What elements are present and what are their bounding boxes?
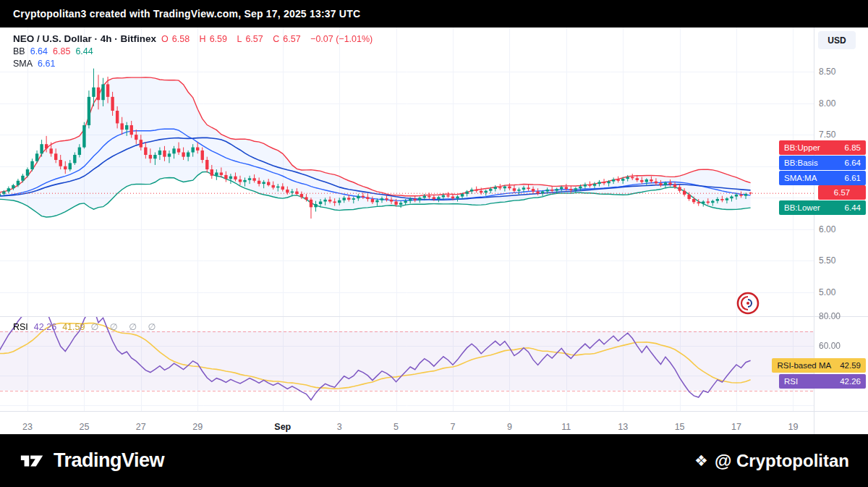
price-axis-separator[interactable] <box>814 27 814 434</box>
time-axis-label: 19 <box>788 422 798 432</box>
sma-ma-badge: SMA:MA6.61 <box>779 171 866 185</box>
time-axis-label: 13 <box>618 422 628 432</box>
ohlc-values: O6.58 H6.59 L6.57 C6.57 −0.07 (−1.01%) <box>161 34 376 44</box>
time-axis-label: 23 <box>22 422 33 432</box>
time-axis-separator <box>0 411 868 412</box>
time-axis-label: 29 <box>192 422 203 432</box>
bb-lower-badge: BB:Lower6.44 <box>779 200 866 215</box>
last-price-badge: 6.57 <box>818 185 866 200</box>
diamond-cluster-icon: ❖ <box>694 453 708 468</box>
time-axis-label: 9 <box>507 422 512 432</box>
rsi-indicator-label[interactable]: RSI <box>13 322 28 332</box>
tradingview-logo-icon <box>19 450 46 472</box>
rsi-badge: RSI42.26 <box>779 374 866 389</box>
price-axis-label: 8.50 <box>819 67 835 77</box>
pane-separator[interactable] <box>0 316 868 317</box>
time-axis-label: 3 <box>337 422 342 432</box>
cryptopolitan-watermark-logo <box>736 292 760 315</box>
time-axis-label: 17 <box>731 422 741 432</box>
sma-indicator-label[interactable]: SMA <box>13 59 33 69</box>
handle-text: @ Cryptopolitan <box>715 451 849 471</box>
bb-upper-badge: BB:Upper6.85 <box>779 140 866 155</box>
chart-area: 8.508.007.506.005.505.0080.0060.00232527… <box>0 27 868 434</box>
rsi-value: 42.26 <box>34 322 56 332</box>
time-axis-label: 27 <box>136 422 146 432</box>
time-axis-label: 5 <box>393 422 399 432</box>
price-axis-label: 8.00 <box>819 98 835 109</box>
price-axis-label: 5.50 <box>819 255 835 266</box>
bb-lower-value: 6.44 <box>75 46 93 56</box>
footer-bar: TradingView ❖ @ Cryptopolitan <box>0 434 868 487</box>
time-axis-label: 11 <box>561 422 571 432</box>
rsi-ma-value: 41.59 <box>62 322 85 332</box>
rsi-hidden-args: ∅ ∅ ∅ ∅ <box>90 321 160 332</box>
chart-canvas[interactable] <box>0 27 814 411</box>
time-axis-label: Sep <box>274 422 291 432</box>
price-axis-label: 5.00 <box>819 287 835 297</box>
tradingview-wordmark: TradingView <box>54 449 164 472</box>
price-axis-label: 7.50 <box>819 130 835 140</box>
currency-toggle-button[interactable]: USD <box>818 31 856 49</box>
rsi-legend: RSI 42.26 41.59 ∅ ∅ ∅ ∅ <box>13 321 160 332</box>
attribution-text: Cryptopolitan3 created with TradingView.… <box>13 8 360 20</box>
rsi-axis-label: 60.00 <box>819 341 841 351</box>
cryptopolitan-handle: ❖ @ Cryptopolitan <box>694 451 849 471</box>
time-axis-label: 15 <box>675 422 685 432</box>
bb-basis-badge: BB:Basis6.64 <box>779 156 866 170</box>
time-axis-label: 25 <box>79 422 89 432</box>
rsi-ma-badge: RSI-based MA42.59 <box>772 358 866 373</box>
bb-indicator-label[interactable]: BB <box>13 46 25 56</box>
tradingview-brand[interactable]: TradingView <box>19 449 164 472</box>
bb-upper-value: 6.85 <box>53 46 70 56</box>
symbol-title[interactable]: NEO / U.S. Dollar · 4h · Bitfinex <box>13 33 156 44</box>
attribution-bar: Cryptopolitan3 created with TradingView.… <box>0 0 868 27</box>
rsi-axis-label: 80.00 <box>819 311 841 321</box>
bb-basis-value: 6.64 <box>30 46 48 56</box>
time-axis-label: 7 <box>451 422 456 432</box>
sma-value: 6.61 <box>38 59 55 69</box>
symbol-legend: NEO / U.S. Dollar · 4h · Bitfinex O6.58 … <box>13 33 376 71</box>
change-value: −0.07 (−1.01%) <box>310 34 373 44</box>
price-axis-label: 6.00 <box>819 224 835 234</box>
